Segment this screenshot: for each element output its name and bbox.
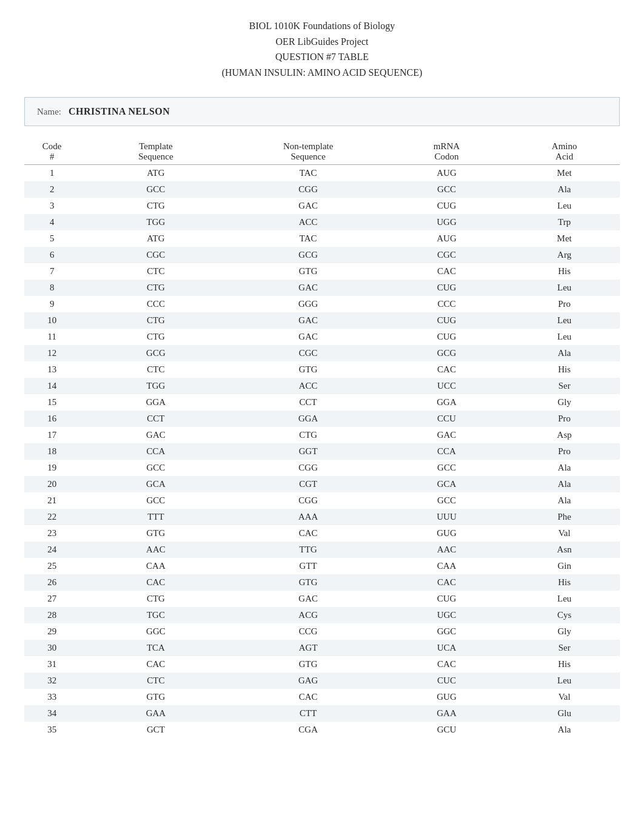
cell-amino: Met	[509, 165, 620, 182]
cell-code: 17	[24, 427, 79, 443]
cell-amino: Ala	[509, 181, 620, 198]
cell-code: 2	[24, 181, 79, 198]
cell-amino: His	[509, 574, 620, 591]
table-row: 14TGGACCUCCSer	[24, 378, 620, 394]
cell-amino: Leu	[509, 591, 620, 607]
cell-nontemplate: CGG	[232, 460, 384, 476]
cell-template: TTT	[79, 509, 232, 525]
col-header-nontemplate: Non-template Sequence	[232, 138, 384, 165]
cell-mrna: GCG	[384, 345, 509, 361]
cell-mrna: UUU	[384, 509, 509, 525]
cell-nontemplate: GCG	[232, 247, 384, 263]
cell-code: 24	[24, 542, 79, 558]
cell-code: 7	[24, 263, 79, 280]
cell-code: 1	[24, 165, 79, 182]
cell-nontemplate: CTT	[232, 705, 384, 722]
cell-nontemplate: TTG	[232, 542, 384, 558]
table-row: 16CCTGGACCUPro	[24, 411, 620, 427]
cell-code: 9	[24, 296, 79, 312]
cell-template: CTC	[79, 672, 232, 689]
cell-nontemplate: CCG	[232, 623, 384, 640]
cell-nontemplate: TAC	[232, 230, 384, 247]
cell-template: CGC	[79, 247, 232, 263]
cell-code: 13	[24, 361, 79, 378]
cell-mrna: GCU	[384, 722, 509, 738]
cell-code: 35	[24, 722, 79, 738]
table-row: 18CCAGGTCCAPro	[24, 443, 620, 460]
table-row: 24AACTTGAACAsn	[24, 542, 620, 558]
cell-code: 15	[24, 394, 79, 411]
cell-amino: Trp	[509, 214, 620, 230]
table-row: 35GCTCGAGCUAla	[24, 722, 620, 738]
cell-amino: Pro	[509, 296, 620, 312]
table-row: 26CACGTGCACHis	[24, 574, 620, 591]
name-value: CHRISTINA NELSON	[69, 106, 170, 117]
cell-mrna: UCC	[384, 378, 509, 394]
table-header-row: Code # Template Sequence Non-template Se…	[24, 138, 620, 165]
cell-mrna: AAC	[384, 542, 509, 558]
cell-nontemplate: GGT	[232, 443, 384, 460]
cell-nontemplate: CAC	[232, 525, 384, 542]
cell-code: 28	[24, 607, 79, 623]
table-row: 1ATGTACAUGMet	[24, 165, 620, 182]
cell-template: TGG	[79, 214, 232, 230]
col-header-code: Code #	[24, 138, 79, 165]
cell-nontemplate: CGG	[232, 181, 384, 198]
cell-mrna: CUG	[384, 312, 509, 329]
cell-amino: Ala	[509, 722, 620, 738]
cell-template: CCC	[79, 296, 232, 312]
cell-template: GCA	[79, 476, 232, 492]
cell-nontemplate: GAC	[232, 280, 384, 296]
cell-amino: Gly	[509, 623, 620, 640]
cell-mrna: GCC	[384, 181, 509, 198]
cell-nontemplate: CTG	[232, 427, 384, 443]
table-row: 4TGGACCUGGTrp	[24, 214, 620, 230]
cell-nontemplate: GAC	[232, 591, 384, 607]
table-row: 29GGCCCGGGCGly	[24, 623, 620, 640]
cell-template: CCT	[79, 411, 232, 427]
table-row: 21GCCCGGGCCAla	[24, 492, 620, 509]
table-row: 3CTGGACCUGLeu	[24, 198, 620, 214]
cell-nontemplate: CGT	[232, 476, 384, 492]
cell-nontemplate: CGA	[232, 722, 384, 738]
amino-acid-table: Code # Template Sequence Non-template Se…	[24, 138, 620, 738]
cell-mrna: CUG	[384, 329, 509, 345]
table-row: 17GACCTGGACAsp	[24, 427, 620, 443]
cell-code: 29	[24, 623, 79, 640]
table-row: 13CTCGTGCACHis	[24, 361, 620, 378]
table-row: 9CCCGGGCCCPro	[24, 296, 620, 312]
cell-template: CTG	[79, 312, 232, 329]
col-header-mrna: mRNA Codon	[384, 138, 509, 165]
cell-template: CTG	[79, 280, 232, 296]
cell-nontemplate: GTG	[232, 263, 384, 280]
cell-mrna: CAC	[384, 263, 509, 280]
cell-template: GGC	[79, 623, 232, 640]
table-row: 34GAACTTGAAGlu	[24, 705, 620, 722]
cell-amino: Pro	[509, 411, 620, 427]
table-row: 20GCACGTGCAAla	[24, 476, 620, 492]
table-row: 7CTCGTGCACHis	[24, 263, 620, 280]
title-line-4: (HUMAN INSULIN: AMINO ACID SEQUENCE)	[24, 65, 620, 81]
cell-mrna: GCC	[384, 460, 509, 476]
cell-mrna: GAC	[384, 427, 509, 443]
cell-mrna: GGC	[384, 623, 509, 640]
cell-nontemplate: GTG	[232, 574, 384, 591]
table-row: 10CTGGACCUGLeu	[24, 312, 620, 329]
cell-nontemplate: CCT	[232, 394, 384, 411]
cell-amino: His	[509, 656, 620, 672]
cell-amino: Asn	[509, 542, 620, 558]
cell-mrna: AUG	[384, 165, 509, 182]
table-row: 12GCGCGCGCGAla	[24, 345, 620, 361]
cell-template: CAC	[79, 574, 232, 591]
cell-nontemplate: GTG	[232, 361, 384, 378]
cell-amino: Asp	[509, 427, 620, 443]
cell-template: CAC	[79, 656, 232, 672]
cell-nontemplate: ACC	[232, 214, 384, 230]
title-line-2: OER LibGuides Project	[24, 34, 620, 50]
page-header: BIOL 1010K Foundations of Biology OER Li…	[24, 18, 620, 80]
title-line-3: QUESTION #7 TABLE	[24, 49, 620, 65]
cell-template: TGC	[79, 607, 232, 623]
cell-code: 31	[24, 656, 79, 672]
cell-mrna: UGG	[384, 214, 509, 230]
cell-amino: Leu	[509, 672, 620, 689]
